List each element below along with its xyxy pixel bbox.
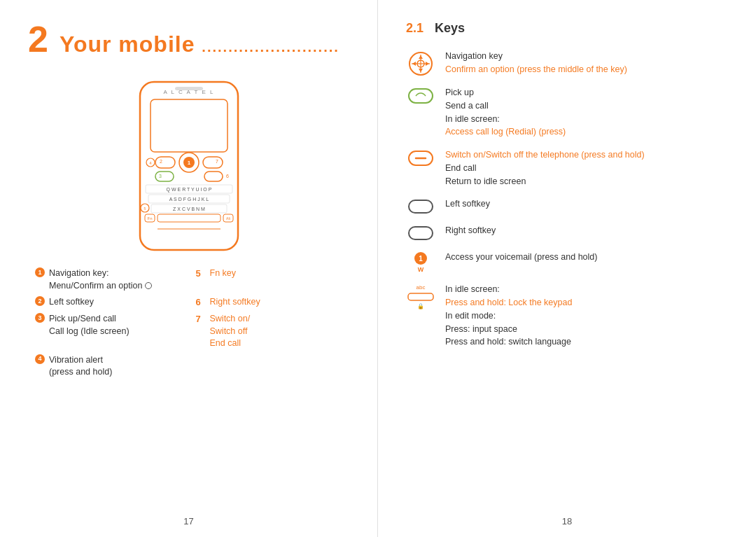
- nav-key-confirm: Confirm an option (press the middle of t…: [445, 64, 627, 74]
- power-key-icon: [406, 148, 435, 167]
- key-item-space: abc 🔒 In idle screen: Press and hold: Lo…: [406, 283, 728, 349]
- key-desc-pickup: Pick up Send a call In idle screen: Acce…: [445, 86, 566, 139]
- space-key-icon: abc 🔒: [406, 283, 435, 309]
- svg-rect-1: [150, 99, 227, 152]
- svg-rect-11: [155, 172, 174, 181]
- legend-item-7: 7 Switch on/Switch offEnd call: [196, 313, 343, 350]
- section-header: 2.1 Keys: [406, 21, 728, 36]
- legend-text-4: Vibration alert(press and hold): [49, 354, 112, 379]
- space-abc-label: abc: [416, 284, 426, 291]
- page-left: 2 Your mobile ..........................…: [0, 0, 378, 537]
- section-number: 2.1: [406, 21, 424, 36]
- legend-text-6: Right softkey: [210, 296, 260, 309]
- legend-text-2: Left softkey: [49, 296, 94, 309]
- key-item-voicemail: 1 W Access your voicemail (press and hol…: [406, 251, 728, 273]
- svg-text:5: 5: [144, 207, 146, 211]
- legend-num-6: 6: [196, 296, 206, 309]
- svg-text:Z X C V B N M: Z X C V B N M: [173, 207, 205, 211]
- svg-text:2: 2: [160, 159, 162, 164]
- pickup-redial: Access call log (Redial) (press): [445, 127, 566, 137]
- legend-num-2: 2: [35, 296, 45, 306]
- svg-marker-34: [419, 55, 423, 59]
- chapter-title: Your mobile ..........................: [59, 32, 340, 57]
- legend-item-4: 4 Vibration alert(press and hold): [35, 354, 182, 379]
- key-desc-space: In idle screen: Press and hold: Lock the…: [445, 283, 572, 349]
- legend-num-3: 3: [35, 313, 45, 323]
- legend-item-1: 1 Navigation key:Menu/Confirm an option: [35, 267, 182, 292]
- chapter-number: 2: [28, 21, 48, 57]
- space-lock-label: 🔒: [417, 303, 424, 309]
- svg-text:3: 3: [159, 174, 162, 179]
- legend-item-3: 3 Pick up/Send callCall log (Idle screen…: [35, 313, 182, 350]
- chapter-title-text: Your mobile: [59, 32, 195, 57]
- space-lock-keypad: Press and hold: Lock the keypad: [445, 298, 572, 307]
- nav-key-label: Navigation key: [445, 51, 503, 61]
- page-number-left: 17: [183, 516, 193, 526]
- legend-num-7: 7: [196, 313, 206, 326]
- rightsoftkey-icon: [406, 224, 435, 241]
- legend-num-1: 1: [35, 267, 45, 277]
- chapter-header: 2 Your mobile ..........................: [28, 21, 349, 57]
- key-item-power: Switch on/Switch off the telephone (pres…: [406, 148, 728, 188]
- legend-item-2: 2 Left softkey: [35, 296, 182, 309]
- legend-num-4: 4: [35, 354, 45, 364]
- legend-item-6: 6 Right softkey: [196, 296, 343, 309]
- phone-svg: A L C A T E L 1 2 7 3: [119, 78, 259, 253]
- phone-illustration: A L C A T E L 1 2 7 3: [28, 78, 349, 253]
- legend-item-5: 5 Fn key: [196, 267, 343, 292]
- key-item-leftsoftkey: Left softkey: [406, 197, 728, 214]
- key-desc-leftsoftkey: Left softkey: [445, 197, 490, 211]
- voicemail-key-icon: 1 W: [406, 251, 435, 273]
- navigation-key-icon: [406, 50, 435, 76]
- key-desc-power: Switch on/Switch off the telephone (pres…: [445, 148, 645, 188]
- section-title: Keys: [435, 21, 465, 36]
- svg-marker-36: [412, 62, 416, 66]
- svg-text:Q W E R T Y U I O P: Q W E R T Y U I O P: [166, 187, 211, 193]
- svg-text:1: 1: [187, 160, 190, 166]
- svg-marker-35: [419, 69, 423, 72]
- svg-text:Fn: Fn: [147, 216, 152, 221]
- key-desc-navigation: Navigation key Confirm an option (press …: [445, 50, 627, 76]
- key-desc-voicemail: Access your voicemail (press and hold): [445, 251, 597, 264]
- legend-text-5: Fn key: [210, 267, 237, 280]
- legend-num-5: 5: [196, 267, 206, 280]
- legend-text-7: Switch on/Switch offEnd call: [210, 313, 251, 350]
- voicemail-badge: 1: [414, 252, 427, 265]
- pickup-key-icon: [406, 86, 435, 104]
- svg-text:A S D F G H J K L: A S D F G H J K L: [169, 197, 209, 202]
- svg-rect-43: [409, 227, 433, 239]
- leftsoftkey-icon: [406, 197, 435, 214]
- svg-rect-3: [175, 87, 203, 90]
- chapter-dots: ..........................: [202, 39, 339, 55]
- svg-rect-42: [409, 200, 433, 213]
- key-item-pickup: Pick up Send a call In idle screen: Acce…: [406, 86, 728, 139]
- svg-text:4: 4: [149, 161, 152, 165]
- svg-rect-7: [155, 157, 175, 168]
- svg-rect-25: [158, 214, 220, 222]
- key-item-rightsoftkey: Right softkey: [406, 224, 728, 241]
- power-switch-label: Switch on/Switch off the telephone (pres…: [445, 150, 645, 160]
- svg-marker-37: [426, 62, 429, 66]
- legend-text-1: Navigation key:Menu/Confirm an option: [49, 267, 152, 292]
- svg-rect-39: [409, 89, 433, 103]
- page-number-right: 18: [562, 516, 572, 526]
- key-list: Navigation key Confirm an option (press …: [406, 50, 728, 349]
- svg-text:Alt: Alt: [226, 216, 230, 221]
- page-right: 2.1 Keys Navigation key Confirm an: [378, 0, 756, 537]
- legend-grid: 1 Navigation key:Menu/Confirm an option …: [28, 267, 349, 379]
- key-item-navigation: Navigation key Confirm an option (press …: [406, 50, 728, 76]
- svg-rect-13: [204, 172, 223, 181]
- legend-text-3: Pick up/Send callCall log (Idle screen): [49, 313, 130, 337]
- svg-text:6: 6: [226, 174, 229, 179]
- svg-rect-9: [203, 157, 223, 168]
- svg-text:7: 7: [216, 159, 218, 164]
- svg-rect-44: [408, 293, 433, 300]
- key-desc-rightsoftkey: Right softkey: [445, 224, 496, 237]
- space-key-wrap: abc 🔒: [407, 284, 434, 309]
- voicemail-w-label: W: [418, 266, 424, 273]
